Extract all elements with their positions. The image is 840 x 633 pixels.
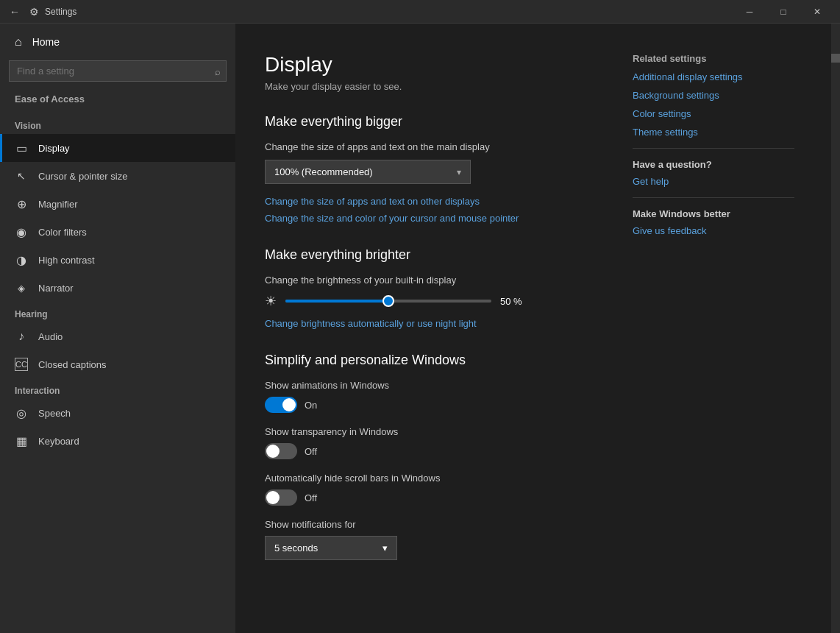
- cursor-icon: ↖: [15, 169, 28, 183]
- sidebar-section-hearing: Hearing: [0, 302, 235, 322]
- sidebar-nav: Vision ▭ Display ↖ Cursor & pointer size…: [0, 113, 235, 633]
- additional-display-link[interactable]: Additional display settings: [633, 71, 794, 82]
- sidebar-section-vision: Vision: [0, 113, 235, 134]
- notif-dropdown-arrow-icon: ▾: [382, 542, 388, 554]
- maximize-button[interactable]: □: [766, 0, 800, 24]
- home-label: Home: [32, 36, 60, 48]
- back-button[interactable]: ←: [6, 3, 24, 21]
- dropdown-arrow-icon: ▾: [457, 167, 461, 177]
- main-content: Display Make your display easier to see.…: [235, 24, 831, 633]
- animations-toggle-container: On: [265, 397, 794, 413]
- animations-toggle[interactable]: [265, 397, 297, 413]
- slider-thumb: [382, 295, 394, 307]
- section-brighter: Make everything brighter Change the brig…: [265, 247, 794, 329]
- color-settings-link[interactable]: Color settings: [633, 108, 794, 119]
- search-box: ⌕: [9, 60, 227, 82]
- color-filters-icon: ◉: [15, 225, 28, 238]
- transparency-state: Off: [305, 446, 317, 457]
- minimize-button[interactable]: ─: [733, 0, 766, 24]
- notifications-dropdown[interactable]: 5 seconds ▾: [265, 536, 397, 560]
- closed-captions-icon: CC: [15, 358, 28, 371]
- toggle-knob: [282, 398, 296, 411]
- search-icon: ⌕: [215, 66, 221, 77]
- high-contrast-icon: ◑: [15, 253, 28, 266]
- divider-1: [633, 148, 794, 149]
- sidebar-item-speech[interactable]: ◎ Speech: [0, 399, 235, 427]
- make-windows-better-label: Make Windows better: [633, 208, 794, 219]
- notifications-row: Show notifications for 5 seconds ▾: [265, 519, 794, 560]
- settings-icon: ⚙: [29, 6, 39, 18]
- get-help-link[interactable]: Get help: [633, 176, 794, 187]
- slider-fill: [285, 300, 388, 303]
- section-simplify: Simplify and personalize Windows Show an…: [265, 353, 794, 560]
- toggle-knob-3: [266, 491, 280, 504]
- animations-toggle-row: Show animations in Windows On: [265, 380, 794, 413]
- sidebar-item-keyboard[interactable]: ▦ Keyboard: [0, 427, 235, 455]
- sidebar-item-magnifier-label: Magnifier: [38, 199, 77, 210]
- window-controls: ─ □ ✕: [733, 0, 834, 24]
- keyboard-icon: ▦: [15, 434, 28, 448]
- give-feedback-link[interactable]: Give us feedback: [633, 225, 794, 236]
- section-brighter-title: Make everything brighter: [265, 247, 794, 263]
- sidebar: ⌂ Home ⌕ Ease of Access Vision ▭ Display…: [0, 24, 235, 633]
- scrollbar-thumb: [831, 54, 840, 63]
- home-icon: ⌂: [15, 35, 22, 49]
- toggle-knob-2: [266, 445, 280, 458]
- sidebar-app-title: Ease of Access: [0, 91, 235, 113]
- size-dropdown-value: 100% (Recommended): [274, 166, 373, 177]
- sidebar-item-narrator-label: Narrator: [38, 283, 74, 294]
- notifications-label: Show notifications for: [265, 519, 794, 530]
- sidebar-item-audio[interactable]: ♪ Audio: [0, 322, 235, 350]
- background-settings-link[interactable]: Background settings: [633, 90, 794, 101]
- narrator-icon: ◈: [15, 281, 28, 294]
- transparency-toggle-container: Off: [265, 443, 794, 459]
- sidebar-item-cursor-label: Cursor & pointer size: [38, 171, 127, 182]
- magnifier-icon: ⊕: [15, 197, 28, 211]
- sidebar-item-display[interactable]: ▭ Display: [0, 134, 235, 162]
- size-dropdown[interactable]: 100% (Recommended) ▾: [265, 160, 471, 184]
- section-simplify-title: Simplify and personalize Windows: [265, 353, 794, 368]
- brightness-slider[interactable]: [285, 300, 491, 303]
- sidebar-item-color-filters-label: Color filters: [38, 227, 87, 238]
- titlebar: ← ⚙ Settings ─ □ ✕: [0, 0, 840, 24]
- sun-dim-icon: ☀: [265, 293, 277, 309]
- titlebar-title: Settings: [45, 7, 727, 17]
- main-scrollbar[interactable]: [831, 24, 840, 633]
- brighter-label: Change the brightness of your built-in d…: [265, 275, 794, 286]
- sidebar-item-narrator[interactable]: ◈ Narrator: [0, 274, 235, 302]
- transparency-label: Show transparency in Windows: [265, 426, 794, 437]
- brightness-control: ☀ 50 %: [265, 293, 794, 309]
- scrollbars-state: Off: [305, 492, 317, 503]
- theme-settings-link[interactable]: Theme settings: [633, 127, 794, 138]
- animations-label: Show animations in Windows: [265, 380, 794, 391]
- app-container: ⌂ Home ⌕ Ease of Access Vision ▭ Display…: [0, 24, 840, 633]
- scrollbars-toggle-row: Automatically hide scroll bars in Window…: [265, 473, 794, 506]
- animations-state: On: [305, 400, 317, 411]
- brightness-value: 50 %: [500, 296, 530, 307]
- sidebar-section-interaction: Interaction: [0, 378, 235, 399]
- sidebar-item-closed-captions[interactable]: CC Closed captions: [0, 350, 235, 378]
- sidebar-item-home[interactable]: ⌂ Home: [0, 24, 235, 60]
- transparency-toggle-row: Show transparency in Windows Off: [265, 426, 794, 459]
- transparency-toggle[interactable]: [265, 443, 297, 459]
- search-input[interactable]: [9, 60, 227, 82]
- have-a-question-label: Have a question?: [633, 159, 794, 170]
- divider-2: [633, 197, 794, 198]
- night-light-link[interactable]: Change brightness automatically or use n…: [265, 318, 794, 329]
- scrollbars-toggle-container: Off: [265, 489, 794, 506]
- related-settings-title: Related settings: [633, 53, 794, 64]
- sidebar-item-high-contrast-label: High contrast: [38, 255, 95, 266]
- scrollbars-toggle[interactable]: [265, 489, 297, 506]
- scrollbars-label: Automatically hide scroll bars in Window…: [265, 473, 794, 484]
- close-button[interactable]: ✕: [800, 0, 834, 24]
- sidebar-item-closed-captions-label: Closed captions: [38, 359, 107, 370]
- sidebar-item-high-contrast[interactable]: ◑ High contrast: [0, 246, 235, 274]
- display-icon: ▭: [15, 141, 28, 155]
- sidebar-item-magnifier[interactable]: ⊕ Magnifier: [0, 190, 235, 218]
- sidebar-item-color-filters[interactable]: ◉ Color filters: [0, 218, 235, 246]
- audio-icon: ♪: [15, 330, 28, 343]
- sidebar-item-keyboard-label: Keyboard: [38, 436, 79, 447]
- sidebar-item-cursor[interactable]: ↖ Cursor & pointer size: [0, 162, 235, 190]
- sidebar-item-speech-label: Speech: [38, 408, 71, 419]
- sidebar-item-display-label: Display: [38, 143, 70, 154]
